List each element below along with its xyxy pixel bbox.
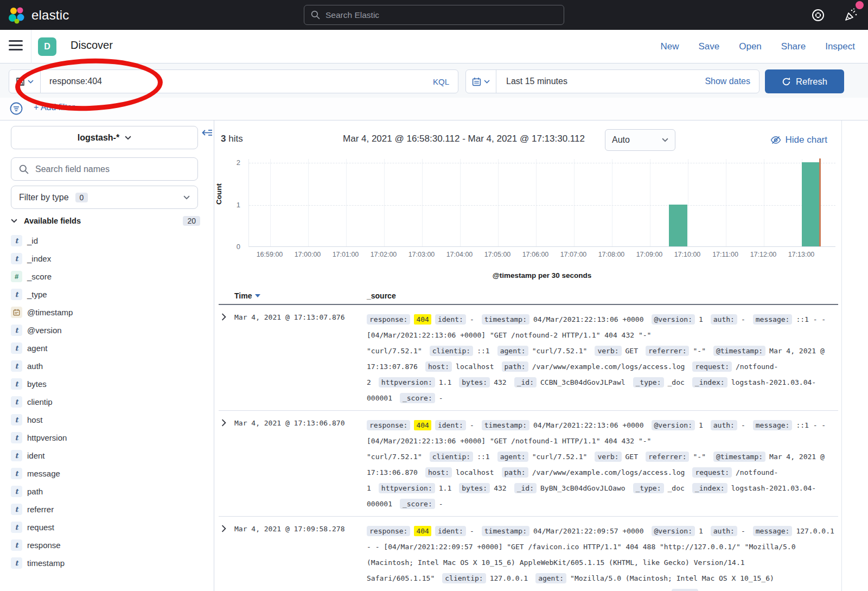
field-key-badge: httpversion:	[379, 483, 435, 493]
field-item-_index[interactable]: t_index	[11, 252, 203, 264]
field-key-badge: response:	[367, 314, 410, 325]
doc-source: response:404ident:-timestamp:04/Mar/2021…	[367, 312, 838, 406]
field-item-message[interactable]: tmessage	[11, 467, 203, 479]
x-gridline	[726, 159, 726, 246]
field-name: referrer	[27, 505, 54, 514]
highlighted-value: 404	[414, 420, 431, 430]
field-value: -	[741, 421, 745, 429]
y-tick-label: 2	[225, 158, 240, 167]
field-value: "curl/7.52.1"	[532, 453, 588, 461]
field-key-badge: clientip:	[442, 573, 486, 583]
field-item-host[interactable]: thost	[11, 414, 203, 425]
hide-chart-button[interactable]: Hide chart	[770, 135, 827, 145]
interval-select[interactable]: Auto	[605, 129, 675, 151]
field-key-badge: @version:	[652, 314, 695, 325]
field-item-response[interactable]: tresponse	[11, 539, 203, 551]
string-field-icon: t	[11, 468, 22, 479]
nav-link-new[interactable]: New	[660, 41, 679, 52]
query-language-button[interactable]: KQL	[433, 77, 458, 86]
show-dates-button[interactable]: Show dates	[705, 77, 759, 86]
nav-link-share[interactable]: Share	[781, 41, 806, 52]
time-column-header[interactable]: Time	[234, 291, 367, 300]
field-key-badge: clientip:	[430, 452, 473, 462]
field-name: timestamp	[27, 558, 65, 568]
elastic-logo[interactable]: elastic	[0, 6, 69, 24]
histogram-bar[interactable]	[802, 162, 820, 246]
field-name: message	[27, 469, 60, 478]
field-name: auth	[27, 361, 43, 371]
field-item-@version[interactable]: t@version	[11, 324, 203, 336]
expand-row-button[interactable]	[219, 417, 234, 512]
expand-row-button[interactable]	[219, 523, 234, 591]
histogram-chart[interactable]	[248, 159, 835, 247]
notification-dot	[856, 1, 864, 9]
x-gridline	[688, 159, 688, 246]
field-search-input[interactable]: Search field names	[11, 157, 198, 181]
field-item-@timestamp[interactable]: @timestamp	[11, 306, 203, 318]
field-key-badge: host:	[425, 361, 452, 372]
x-gridline	[346, 159, 347, 246]
field-item-referrer[interactable]: treferrer	[11, 503, 203, 515]
field-value: "curl/7.52.1"	[532, 347, 588, 355]
doc-source: response:404ident:-timestamp:04/Mar/2021…	[367, 417, 838, 512]
field-item-_id[interactable]: t_id	[11, 234, 203, 246]
x-gridline	[460, 159, 461, 246]
global-search-placeholder: Search Elastic	[326, 10, 379, 20]
saved-query-menu-button[interactable]	[9, 70, 41, 93]
field-key-badge: message:	[753, 314, 793, 325]
field-value: "-"	[693, 453, 705, 461]
field-name: path	[27, 487, 43, 496]
news-alerts-button[interactable]	[844, 8, 858, 22]
field-key-badge: _index:	[692, 483, 727, 493]
string-field-icon: t	[11, 342, 22, 354]
quick-select-button[interactable]	[466, 70, 496, 93]
filter-circle-icon[interactable]	[9, 100, 25, 117]
time-range-value[interactable]: Last 15 minutes	[496, 77, 705, 86]
query-string[interactable]: response:404	[41, 77, 433, 86]
top-nav-menu: NewSaveOpenShareInspect	[660, 30, 855, 63]
string-field-icon: t	[11, 557, 22, 569]
expand-row-button[interactable]	[219, 312, 234, 406]
field-item-auth[interactable]: tauth	[11, 360, 203, 372]
add-filter-button[interactable]: + Add filter	[34, 103, 75, 112]
nav-link-open[interactable]: Open	[739, 41, 762, 52]
field-item-bytes[interactable]: tbytes	[11, 378, 203, 390]
field-key-badge: message:	[753, 420, 793, 430]
global-header: elastic Search Elastic	[0, 0, 868, 30]
x-tick-label: 17:08:00	[598, 251, 625, 258]
field-key-badge: _type:	[633, 483, 664, 493]
field-item-path[interactable]: tpath	[11, 485, 203, 497]
field-name: _id	[27, 236, 38, 245]
hamburger-menu-icon[interactable]	[9, 40, 23, 53]
nav-link-inspect[interactable]: Inspect	[825, 41, 855, 52]
field-item-_type[interactable]: t_type	[11, 288, 203, 300]
index-pattern-select[interactable]: logstash-*	[11, 126, 198, 149]
field-value: -	[741, 527, 745, 535]
field-key-badge: verb:	[595, 346, 621, 356]
field-name: bytes	[27, 379, 47, 389]
field-item-timestamp[interactable]: ttimestamp	[11, 557, 203, 569]
refresh-button[interactable]: Refresh	[765, 69, 844, 93]
nav-link-save[interactable]: Save	[698, 41, 719, 52]
field-item-httpversion[interactable]: thttpversion	[11, 431, 203, 443]
field-value: /var/www/example.com/logs/access.log	[532, 363, 685, 371]
query-input[interactable]: response:404 KQL	[9, 69, 458, 93]
available-fields-header[interactable]: Available fields 20	[11, 216, 200, 226]
field-item-agent[interactable]: tagent	[11, 342, 203, 354]
field-item-clientip[interactable]: tclientip	[11, 396, 203, 408]
histogram-bar[interactable]	[669, 205, 687, 247]
help-icon[interactable]	[811, 8, 825, 22]
field-name: _type	[27, 290, 47, 299]
x-tick-label: 17:12:00	[750, 251, 777, 258]
date-picker: Last 15 minutes Show dates	[465, 69, 760, 93]
field-key-badge: ident:	[435, 420, 466, 430]
field-key-badge: @version:	[652, 420, 695, 430]
field-key-badge: _score:	[400, 393, 435, 403]
collapse-sidebar-icon[interactable]	[202, 128, 213, 138]
field-item-_score[interactable]: #_score	[11, 270, 203, 282]
global-search-input[interactable]: Search Elastic	[304, 5, 564, 25]
field-name: _score	[27, 272, 52, 281]
field-item-request[interactable]: trequest	[11, 521, 203, 533]
field-item-ident[interactable]: tident	[11, 449, 203, 461]
filter-by-type-select[interactable]: Filter by type 0	[11, 186, 198, 209]
